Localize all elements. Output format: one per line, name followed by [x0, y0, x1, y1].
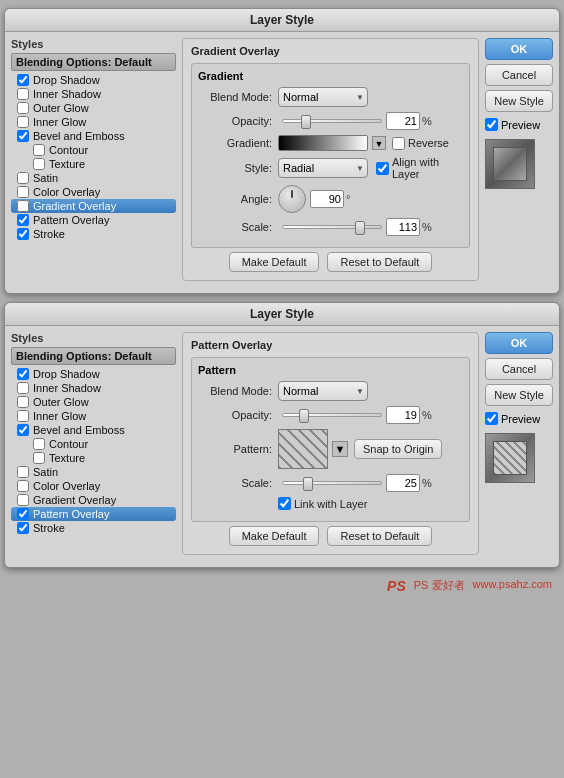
style-select[interactable]: Radial Linear Angle: [278, 158, 368, 178]
sidebar-2-section[interactable]: Blending Options: Default: [11, 347, 176, 365]
contour-checkbox-2[interactable]: [33, 438, 45, 450]
sidebar-2-drop-shadow[interactable]: Drop Shadow: [11, 367, 176, 381]
make-default-btn-2[interactable]: Make Default: [229, 526, 320, 546]
inner-shadow-checkbox-2[interactable]: [17, 382, 29, 394]
angle-knob[interactable]: [278, 185, 306, 213]
opacity-slider-thumb-1[interactable]: [301, 115, 311, 129]
reset-btn-1[interactable]: Reset to Default: [327, 252, 432, 272]
align-layer-checkbox[interactable]: [376, 162, 389, 175]
inner-shadow-checkbox[interactable]: [17, 88, 29, 100]
contour-checkbox[interactable]: [33, 144, 45, 156]
satin-checkbox-2[interactable]: [17, 466, 29, 478]
sidebar-2-color-overlay[interactable]: Color Overlay: [11, 479, 176, 493]
gradient-label: Gradient:: [198, 137, 278, 149]
ok-btn-1[interactable]: OK: [485, 38, 553, 60]
gradient-picker-btn[interactable]: ▼: [372, 136, 386, 150]
sidebar-2-bevel-emboss[interactable]: Bevel and Emboss: [11, 423, 176, 437]
sidebar-item-pattern-overlay[interactable]: Pattern Overlay: [11, 213, 176, 227]
sidebar-item-outer-glow[interactable]: Outer Glow: [11, 101, 176, 115]
pattern-picker-btn[interactable]: ▼: [332, 441, 348, 457]
blend-mode-select-2[interactable]: Normal Multiply: [278, 381, 368, 401]
preview-check-2[interactable]: [485, 412, 498, 425]
texture-checkbox-2[interactable]: [33, 452, 45, 464]
blend-mode-select[interactable]: Normal Multiply Screen: [278, 87, 368, 107]
scale-unit-2: %: [422, 477, 432, 489]
opacity-slider-track-1[interactable]: [282, 119, 382, 123]
sidebar-item-texture[interactable]: Texture: [11, 157, 176, 171]
stroke-checkbox-2[interactable]: [17, 522, 29, 534]
inner-glow-checkbox[interactable]: [17, 116, 29, 128]
gradient-overlay-checkbox[interactable]: [17, 200, 29, 212]
new-style-btn-1[interactable]: New Style: [485, 90, 553, 112]
pattern-preview-box[interactable]: [278, 429, 328, 469]
outer-glow-checkbox[interactable]: [17, 102, 29, 114]
satin-checkbox[interactable]: [17, 172, 29, 184]
pattern-overlay-checkbox-2[interactable]: [17, 508, 29, 520]
sidebar-2-satin[interactable]: Satin: [11, 465, 176, 479]
pattern-row: Pattern: ▼ Snap to Origin: [198, 429, 463, 469]
drop-shadow-checkbox-2[interactable]: [17, 368, 29, 380]
pattern-overlay-checkbox[interactable]: [17, 214, 29, 226]
sidebar-item-satin[interactable]: Satin: [11, 171, 176, 185]
sidebar-2-gradient-overlay[interactable]: Gradient Overlay: [11, 493, 176, 507]
sidebar-2-contour[interactable]: Contour: [11, 437, 176, 451]
sidebar-2-outer-glow[interactable]: Outer Glow: [11, 395, 176, 409]
opacity-slider-thumb-2[interactable]: [299, 409, 309, 423]
sidebar-item-bevel-emboss[interactable]: Bevel and Emboss: [11, 129, 176, 143]
scale-input-2[interactable]: [386, 474, 420, 492]
stroke-checkbox[interactable]: [17, 228, 29, 240]
sidebar-2-inner-shadow[interactable]: Inner Shadow: [11, 381, 176, 395]
sidebar-item-stroke[interactable]: Stroke: [11, 227, 176, 241]
sidebar-item-contour[interactable]: Contour: [11, 143, 176, 157]
preview-label-2: Preview: [501, 413, 540, 425]
pattern-overlay-group: Pattern Overlay Pattern Blend Mode: Norm…: [182, 332, 479, 555]
sidebar-item-gradient-overlay[interactable]: Gradient Overlay: [11, 199, 176, 213]
scale-slider-thumb-2[interactable]: [303, 477, 313, 491]
new-style-btn-2[interactable]: New Style: [485, 384, 553, 406]
sidebar-item-color-overlay[interactable]: Color Overlay: [11, 185, 176, 199]
scale-label-2: Scale:: [198, 477, 278, 489]
angle-input[interactable]: [310, 190, 344, 208]
drop-shadow-checkbox[interactable]: [17, 74, 29, 86]
inner-glow-checkbox-2[interactable]: [17, 410, 29, 422]
sidebar-1-section[interactable]: Blending Options: Default: [11, 53, 176, 71]
sidebar-item-inner-glow[interactable]: Inner Glow: [11, 115, 176, 129]
color-overlay-checkbox[interactable]: [17, 186, 29, 198]
scale-slider-thumb-1[interactable]: [355, 221, 365, 235]
gradient-preview[interactable]: [278, 135, 368, 151]
preview-check-1[interactable]: [485, 118, 498, 131]
sidebar-item-inner-shadow[interactable]: Inner Shadow: [11, 87, 176, 101]
scale-slider-track-2[interactable]: [282, 481, 382, 485]
cancel-btn-2[interactable]: Cancel: [485, 358, 553, 380]
color-overlay-checkbox-2[interactable]: [17, 480, 29, 492]
sidebar-1: Styles Blending Options: Default Drop Sh…: [11, 38, 176, 287]
sidebar-2-texture[interactable]: Texture: [11, 451, 176, 465]
reverse-label-wrapper: Reverse: [392, 137, 449, 150]
bevel-emboss-checkbox-2[interactable]: [17, 424, 29, 436]
gradient-row: Gradient: ▼ Reverse: [198, 135, 463, 151]
cancel-btn-1[interactable]: Cancel: [485, 64, 553, 86]
sidebar-item-drop-shadow[interactable]: Drop Shadow: [11, 73, 176, 87]
texture-checkbox[interactable]: [33, 158, 45, 170]
snap-to-origin-btn[interactable]: Snap to Origin: [354, 439, 442, 459]
bevel-emboss-checkbox[interactable]: [17, 130, 29, 142]
preview-inner-1: [493, 147, 527, 181]
reverse-checkbox[interactable]: [392, 137, 405, 150]
reset-btn-2[interactable]: Reset to Default: [327, 526, 432, 546]
blend-mode-row: Blend Mode: Normal Multiply Screen: [198, 87, 463, 107]
opacity-input-2[interactable]: [386, 406, 420, 424]
opacity-input-1[interactable]: [386, 112, 420, 130]
sidebar-2-inner-glow[interactable]: Inner Glow: [11, 409, 176, 423]
sidebar-2-stroke[interactable]: Stroke: [11, 521, 176, 535]
pattern-inner-title: Pattern: [198, 364, 463, 376]
gradient-overlay-checkbox-2[interactable]: [17, 494, 29, 506]
scale-input-1[interactable]: [386, 218, 420, 236]
angle-unit: °: [346, 193, 350, 205]
outer-glow-checkbox-2[interactable]: [17, 396, 29, 408]
scale-slider-track-1[interactable]: [282, 225, 382, 229]
sidebar-2-pattern-overlay[interactable]: Pattern Overlay: [11, 507, 176, 521]
link-layer-checkbox[interactable]: [278, 497, 291, 510]
ok-btn-2[interactable]: OK: [485, 332, 553, 354]
opacity-slider-track-2[interactable]: [282, 413, 382, 417]
make-default-btn-1[interactable]: Make Default: [229, 252, 320, 272]
